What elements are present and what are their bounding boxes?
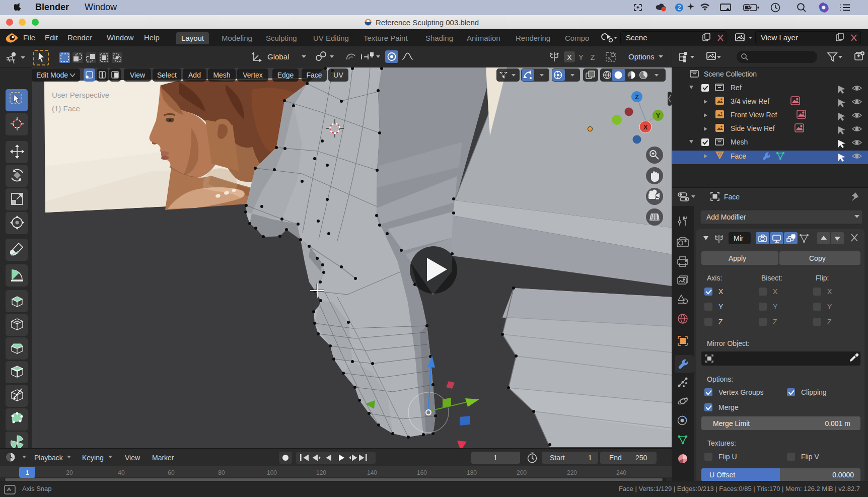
- svg-text:Options:: Options:: [707, 375, 733, 383]
- svg-text:Flip:: Flip:: [816, 274, 829, 282]
- svg-text:80: 80: [218, 469, 225, 476]
- svg-text:Playback: Playback: [34, 454, 63, 462]
- svg-text:1: 1: [588, 454, 592, 462]
- svg-text:User Perspective: User Perspective: [52, 91, 109, 99]
- svg-text:250: 250: [635, 454, 647, 462]
- svg-text:200: 200: [517, 469, 527, 476]
- svg-text:Front View Ref: Front View Ref: [731, 111, 777, 119]
- svg-text:Textures:: Textures:: [707, 439, 736, 447]
- svg-text:140: 140: [367, 469, 377, 476]
- svg-text:Mir: Mir: [734, 234, 744, 242]
- svg-text:3/4 view Ref: 3/4 view Ref: [731, 97, 769, 105]
- svg-text:Z: Z: [827, 318, 832, 326]
- svg-text:Z: Z: [718, 318, 723, 326]
- svg-text:Ref: Ref: [731, 84, 742, 92]
- svg-text:Start: Start: [550, 454, 565, 462]
- svg-text:Y: Y: [578, 53, 584, 61]
- svg-text:Copy: Copy: [809, 254, 826, 262]
- svg-text:Merge: Merge: [718, 403, 739, 411]
- svg-text:Z: Z: [591, 53, 595, 61]
- svg-text:Add Modifier: Add Modifier: [706, 213, 746, 221]
- svg-text:Y: Y: [827, 303, 832, 311]
- svg-text:Mesh: Mesh: [731, 138, 748, 146]
- svg-text:160: 160: [417, 469, 427, 476]
- svg-text:Y: Y: [656, 112, 661, 119]
- svg-text:Y: Y: [718, 303, 724, 311]
- svg-text:Apply: Apply: [729, 254, 746, 262]
- svg-text:Flip U: Flip U: [718, 453, 737, 461]
- svg-text:2: 2: [678, 4, 681, 11]
- svg-text:Flip V: Flip V: [801, 453, 819, 461]
- svg-text:100: 100: [267, 469, 277, 476]
- svg-text:Face: Face: [724, 193, 740, 201]
- svg-text:Global: Global: [267, 52, 289, 61]
- svg-text:X: X: [567, 53, 572, 61]
- svg-text:Merge Limit: Merge Limit: [713, 419, 750, 428]
- svg-text:Mirror Object:: Mirror Object:: [707, 339, 750, 347]
- svg-text:1: 1: [493, 454, 497, 462]
- svg-text:40: 40: [118, 469, 125, 476]
- svg-text:180: 180: [467, 469, 477, 476]
- svg-text:0.001 m: 0.001 m: [825, 419, 850, 428]
- svg-text:End: End: [609, 454, 622, 462]
- svg-text:Marker: Marker: [152, 454, 174, 462]
- svg-text:Vertex Groups: Vertex Groups: [718, 388, 764, 396]
- svg-text:20: 20: [66, 469, 73, 476]
- svg-text:Clipping: Clipping: [801, 388, 827, 396]
- svg-text:Z: Z: [773, 318, 777, 326]
- svg-text:Y: Y: [773, 303, 778, 311]
- svg-text:Keying: Keying: [82, 454, 104, 462]
- svg-text:120: 120: [316, 469, 326, 476]
- svg-text:220: 220: [567, 469, 577, 476]
- svg-text:0.0000: 0.0000: [832, 471, 854, 479]
- svg-text:X: X: [718, 288, 724, 296]
- svg-text:Face: Face: [731, 152, 746, 160]
- svg-text:1: 1: [25, 469, 29, 476]
- svg-text:Bisect:: Bisect:: [761, 274, 782, 282]
- svg-text:Side View Ref: Side View Ref: [731, 124, 775, 132]
- svg-text:X: X: [773, 288, 778, 296]
- svg-text:View: View: [125, 454, 140, 462]
- svg-text:X: X: [643, 123, 648, 131]
- svg-text:U Offset: U Offset: [709, 471, 735, 479]
- svg-text:X: X: [827, 288, 832, 296]
- svg-text:(1) Face: (1) Face: [52, 104, 80, 113]
- svg-text:60: 60: [168, 469, 175, 476]
- svg-text:Axis:: Axis:: [707, 274, 722, 282]
- svg-text:240: 240: [616, 469, 626, 476]
- svg-text:Scene Collection: Scene Collection: [704, 70, 757, 78]
- svg-text:Z: Z: [635, 93, 639, 101]
- svg-text:Options: Options: [628, 52, 655, 61]
